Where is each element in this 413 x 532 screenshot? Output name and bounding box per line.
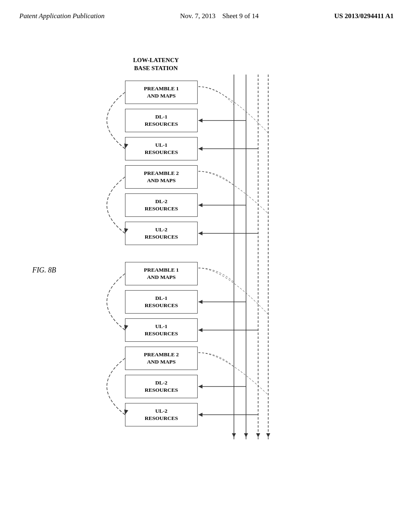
figure-label: FIG. 8B (32, 266, 56, 274)
block-b11: DL-2RESOURCES (125, 375, 198, 398)
block-b6: UL-2RESOURCES (125, 222, 198, 245)
publication-label: Patent Application Publication (19, 11, 104, 21)
block-b2: DL-1RESOURCES (125, 109, 198, 132)
svg-marker-15 (198, 328, 202, 332)
svg-marker-17 (198, 384, 202, 389)
svg-marker-5 (198, 118, 202, 123)
diagram-area: LOW-LATENCY BASE STATION FIG. 8B PREAMBL… (0, 52, 413, 520)
block-b4: PREAMBLE 2AND MAPS (125, 165, 198, 189)
patent-number: US 2013/0294411 A1 (334, 11, 394, 21)
svg-marker-24 (232, 433, 236, 437)
svg-marker-19 (198, 413, 202, 417)
block-b10: PREAMBLE 2AND MAPS (125, 347, 198, 370)
svg-marker-9 (198, 203, 202, 207)
svg-marker-13 (198, 300, 202, 304)
block-b9: UL-1RESOURCES (125, 318, 198, 342)
svg-marker-11 (198, 231, 202, 235)
svg-marker-26 (256, 433, 260, 437)
svg-marker-7 (198, 147, 202, 151)
date-sheet: Nov. 7, 2013 Sheet 9 of 14 (180, 11, 259, 21)
station-title: LOW-LATENCY BASE STATION (133, 56, 179, 72)
page-header: Patent Application Publication Nov. 7, 2… (0, 0, 413, 21)
diagram-svg (0, 52, 413, 520)
block-b5: DL-2RESOURCES (125, 193, 198, 217)
block-b3: UL-1RESOURCES (125, 137, 198, 160)
svg-marker-25 (244, 433, 248, 437)
svg-marker-27 (266, 433, 270, 437)
block-b12: UL-2RESOURCES (125, 403, 198, 426)
block-b1: PREAMBLE 1AND MAPS (125, 81, 198, 104)
block-b8: DL-1RESOURCES (125, 290, 198, 314)
block-b7: PREAMBLE 1AND MAPS (125, 262, 198, 285)
